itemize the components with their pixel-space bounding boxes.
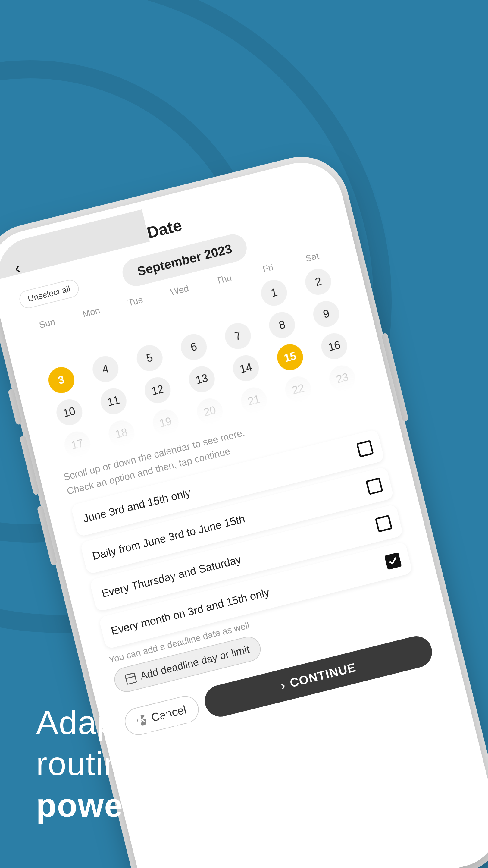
calendar-day[interactable]: 17 xyxy=(61,429,93,460)
calendar-day[interactable]: 18 xyxy=(106,418,137,449)
promo-text: Adapt it to your routines, it is very po… xyxy=(36,702,458,826)
calendar-day[interactable]: 1 xyxy=(258,277,290,308)
calendar-day[interactable]: 2 xyxy=(303,266,334,298)
unselect-all-button[interactable]: Unselect all xyxy=(18,278,80,310)
calendar-day[interactable]: 14 xyxy=(230,352,261,384)
calendar-day[interactable]: 8 xyxy=(266,309,298,341)
calendar-day[interactable]: 10 xyxy=(54,397,85,428)
continue-label: CONTINUE xyxy=(289,660,358,690)
calendar-day[interactable]: 7 xyxy=(222,320,254,352)
calendar-day[interactable]: 5 xyxy=(134,342,165,374)
checkbox[interactable] xyxy=(366,477,383,495)
calendar-day[interactable]: 13 xyxy=(186,364,218,395)
checkbox[interactable] xyxy=(375,515,392,532)
calendar-day[interactable]: 4 xyxy=(90,353,121,384)
calendar-day[interactable]: 12 xyxy=(142,375,173,406)
checkbox[interactable] xyxy=(384,552,402,569)
checkbox[interactable] xyxy=(356,440,374,458)
calendar-day[interactable]: 23 xyxy=(327,363,358,394)
calendar-day[interactable]: 3 xyxy=(45,364,77,396)
calendar-day[interactable]: 15 xyxy=(274,341,306,373)
calendar-day[interactable]: 20 xyxy=(194,396,225,427)
chevron-right-icon: › xyxy=(279,678,287,692)
calendar-icon xyxy=(125,673,137,685)
calendar-day[interactable]: 22 xyxy=(283,374,314,405)
calendar-day[interactable]: 11 xyxy=(98,385,129,417)
calendar-day[interactable]: 21 xyxy=(238,384,270,416)
calendar-day[interactable]: 16 xyxy=(319,330,350,362)
calendar-day[interactable]: 6 xyxy=(178,331,209,363)
calendar-day[interactable]: 19 xyxy=(150,407,181,438)
calendar-day[interactable]: 9 xyxy=(311,299,342,330)
